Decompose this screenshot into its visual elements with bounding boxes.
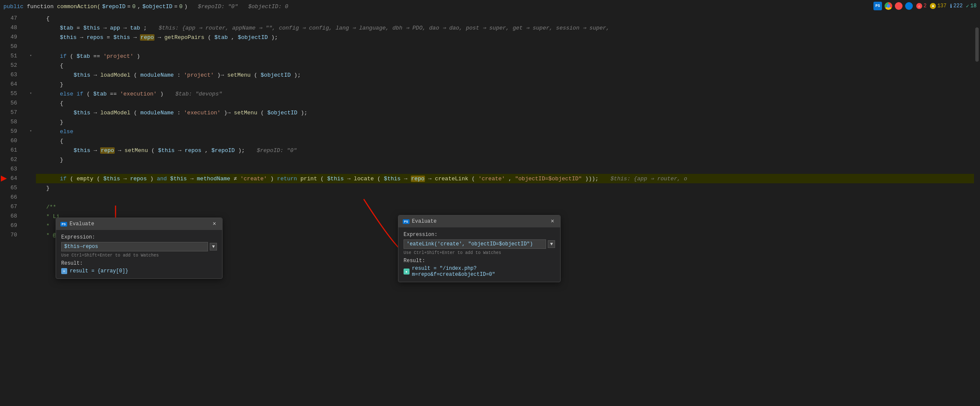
var-this-repos-64: $this — [104, 176, 120, 182]
code-line-67: /** — [36, 202, 980, 212]
code-line-51: if ( $tab == 'project' ) — [36, 51, 980, 61]
kw-else-55: else — [60, 91, 77, 97]
collapse-59[interactable]: ▾ — [29, 128, 33, 133]
dialog-1-dropdown[interactable]: ▼ — [210, 243, 217, 251]
dialog-1-body: Expression: ▼ Use Ctrl+Shift+Enter to ad… — [56, 230, 222, 278]
dialog-2-expression-input[interactable] — [404, 239, 546, 249]
dialog-1-titlebar[interactable]: PS Evaluate × — [56, 218, 222, 230]
ln-51: 51 — [0, 51, 21, 61]
ln-65: 65 — [0, 183, 21, 193]
gutter-57 — [26, 107, 36, 116]
code-line-58: } — [36, 117, 980, 127]
gutter-59: ▾ — [26, 126, 36, 135]
gutter-64b — [26, 173, 36, 182]
dialog-2-titlebar[interactable]: PS Evaluate × — [398, 215, 560, 227]
ln-49: 49 — [0, 33, 21, 42]
code-line-64: if ( empty ( $this → repos ) and $this →… — [36, 174, 980, 183]
success-icon: ✓ — [966, 3, 969, 9]
gutter-68 — [26, 211, 36, 220]
gutter-69 — [26, 220, 36, 230]
dialog-2-body: Expression: ▼ Use Ctrl+Shift+Enter to ad… — [398, 227, 560, 282]
code-line-62: } — [36, 155, 980, 164]
collapse-55[interactable]: ▾ — [29, 91, 33, 95]
keyword-public: public — [3, 3, 24, 10]
prop-tab: tab — [130, 25, 140, 31]
fn-print-64: print — [300, 176, 317, 182]
gutter-65 — [26, 182, 36, 192]
code-content[interactable]: { $tab = $this → app → tab ; $this: {app… — [36, 13, 980, 406]
var-this-61: $this — [74, 147, 90, 154]
code-line-49: $this → repos = $this → repo → getRepoPa… — [36, 33, 980, 42]
dialog-2-close-button[interactable]: × — [549, 218, 556, 225]
var-tab-51: $tab — [77, 53, 90, 60]
gutter-53 — [26, 69, 36, 79]
comment-67: /** — [46, 204, 56, 210]
collapse-51[interactable]: ▾ — [29, 53, 33, 57]
scrollbar-thumb — [975, 27, 979, 62]
str-create-64: 'create' — [241, 176, 267, 182]
param-objectid-val: 0 — [179, 3, 183, 10]
gutter-63b — [26, 164, 36, 173]
kw-return-64: return — [277, 176, 300, 182]
gutter-55: ▾ — [26, 88, 36, 98]
dialog-2-hint: Use Ctrl+Shift+Enter to add to Watches — [404, 251, 555, 255]
var-this-repos-61: $this — [158, 147, 175, 154]
warning-count: 137 — [937, 3, 947, 9]
ln-50: 50 — [0, 42, 21, 51]
var-this: $this — [83, 25, 100, 31]
kw-else-59: else — [60, 128, 73, 135]
success-count: 18 — [971, 3, 977, 9]
info-count: 222 — [953, 3, 963, 9]
hint-repoid-61: $repoID: "0" — [257, 147, 297, 154]
fn-loadmodel-57: loadModel — [100, 110, 130, 116]
var-tab-55: $tab — [93, 91, 107, 97]
code-editor: public function commonAction( $repoID = … — [0, 0, 980, 406]
dialog-2-title-text: Evaluate — [412, 218, 437, 224]
kw-and-64: and — [157, 176, 170, 182]
evaluate-dialog-2: PS Evaluate × Expression: ▼ Use Ctrl+Shi… — [398, 215, 561, 282]
comma: , — [137, 3, 141, 10]
dialog-2-dropdown[interactable]: ▼ — [548, 240, 555, 248]
var-objectid-49: $objectID — [238, 34, 268, 41]
prop-repo-49: repo — [140, 34, 154, 41]
edge-icon — [905, 2, 913, 10]
prop-repo-61: repo — [100, 147, 114, 154]
dialog-1-expression-input[interactable] — [61, 242, 208, 251]
success-badge: ✓ 18 — [966, 3, 977, 9]
var-this-63a: $this — [74, 72, 90, 78]
dialog-2-input-row: ▼ — [404, 239, 555, 249]
keyword-function: function — [27, 3, 53, 10]
warning-badge: ▲ 137 — [930, 3, 947, 9]
phpstorm-icon: PS — [873, 2, 882, 10]
dialog-1-result-icon: ≡ — [61, 268, 67, 274]
top-bar-left: public function commonAction( $repoID = … — [3, 3, 288, 10]
chrome-icon — [885, 2, 892, 10]
fn-createlink-64: createLink — [435, 176, 468, 182]
gutter-58 — [26, 116, 36, 126]
evaluate-dialog-1: PS Evaluate × Expression: ▼ Use Ctrl+Shi… — [56, 218, 223, 279]
ln-60: 60 — [0, 136, 21, 146]
brace-open-47: { — [46, 15, 50, 22]
var-this-49: $this — [60, 34, 77, 41]
hint-this-48: $this: {app ⇒ router, appName ⇒ "", conf… — [159, 25, 609, 31]
param-objectid: $objectID — [143, 3, 172, 10]
ln-48: 48 — [0, 23, 21, 33]
var-tab: $tab — [60, 25, 73, 31]
ln-68: 68 — [0, 212, 21, 221]
ln-67: 67 — [0, 202, 21, 212]
var-tab-49: $tab — [214, 34, 228, 41]
param-modulename-63a: moduleName — [140, 72, 174, 78]
gutter-51: ▾ — [26, 51, 36, 60]
ln-59: 59 — [0, 127, 21, 136]
scrollbar-right[interactable] — [974, 26, 980, 406]
code-line-56: { — [36, 99, 980, 108]
str-execution-55: 'execution' — [120, 91, 157, 97]
param-repoid-val: 0 — [132, 3, 136, 10]
gutter: ▾ ▾ ▾ — [26, 13, 36, 406]
var-objectid-63a: $objectID — [261, 72, 291, 78]
debug-repoid: $repoID: "0" — [198, 3, 238, 10]
dialog-1-close-button[interactable]: × — [211, 221, 218, 227]
dialog-1-result-text: result = {array[0]} — [70, 268, 128, 274]
ln-69: 69 — [0, 221, 21, 230]
code-line-60: { — [36, 136, 980, 146]
